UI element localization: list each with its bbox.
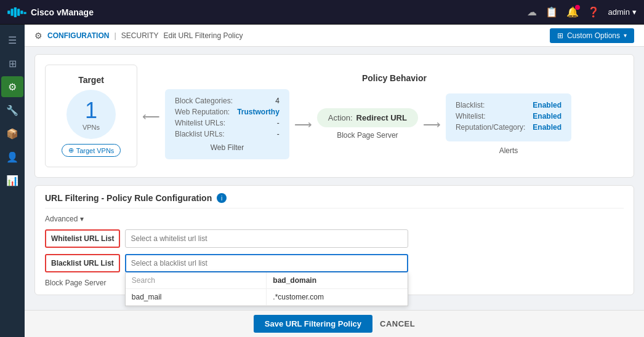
sidebar-item-monitor[interactable]: 📊 — [1, 170, 23, 191]
target-vpns-button[interactable]: ⊕ Target VPNs — [62, 144, 121, 157]
breadcrumb: ⚙ CONFIGURATION | SECURITY Edit URL Filt… — [34, 31, 243, 41]
sidebar-item-tools[interactable]: 🔧 — [1, 100, 23, 121]
svg-rect-2 — [14, 7, 17, 17]
policy-behavior-section: Policy Behavior Block Categories: 4 Web … — [165, 73, 624, 159]
dropdown-search-row: Search bad_domain — [126, 272, 408, 289]
policy-rule-header: URL Filtering - Policy Rule Configuratio… — [45, 193, 624, 208]
cloud-icon[interactable]: ☁ — [527, 6, 537, 18]
sidebar-item-configuration[interactable]: ⚙ — [1, 76, 23, 97]
dropdown-item[interactable]: bad_mail .*customer.com — [126, 289, 408, 306]
cisco-logo: Cisco vManage — [7, 6, 94, 18]
blacklist-url-list-input[interactable] — [125, 254, 408, 272]
policy-behavior-layout: Block Categories: 4 Web Reputation: Trus… — [165, 89, 624, 159]
blacklist-dropdown-wrapper: Search bad_domain bad_mail .*customer.co… — [125, 254, 408, 272]
target-circle: 1 VPNs — [66, 90, 116, 139]
svg-rect-4 — [20, 10, 23, 14]
help-icon[interactable]: ❓ — [587, 6, 600, 18]
sidebar-item-packages[interactable]: 📦 — [1, 123, 23, 144]
plus-icon: ⊕ — [68, 146, 74, 154]
top-navigation: Cisco vManage ☁ 📋 🔔 ❓ admin ▾ — [0, 0, 644, 25]
custom-options-icon: ⊞ — [557, 31, 563, 40]
sidebar: ☰ ⊞ ⚙ 🔧 📦 👤 📊 — [0, 25, 25, 337]
svg-rect-3 — [17, 9, 20, 16]
footer: Save URL Filtering Policy CANCEL — [25, 310, 644, 337]
content-area: Target 1 VPNs ⊕ Target VPNs ⟵ — [25, 47, 644, 310]
chevron-down-icon: ▾ — [80, 215, 84, 223]
admin-menu[interactable]: admin ▾ — [608, 7, 637, 17]
app-title: Cisco vManage — [31, 7, 94, 17]
document-icon[interactable]: 📋 — [545, 6, 558, 18]
arrow-to-action-icon: ⟶ — [289, 117, 317, 132]
main-content: ⚙ CONFIGURATION | SECURITY Edit URL Filt… — [25, 25, 644, 337]
action-box: Action: Redirect URL — [317, 108, 418, 127]
svg-rect-0 — [7, 10, 10, 14]
cancel-button[interactable]: CANCEL — [380, 319, 415, 328]
arrow-left-icon: ⟵ — [137, 109, 165, 124]
sidebar-item-dashboard[interactable]: ⊞ — [1, 53, 23, 74]
arrow-to-alerts-icon: ⟶ — [418, 117, 446, 132]
info-icon[interactable]: i — [217, 193, 227, 203]
nav-icons: ☁ 📋 🔔 ❓ admin ▾ — [527, 6, 637, 18]
breadcrumb-bar: ⚙ CONFIGURATION | SECURITY Edit URL Filt… — [25, 25, 644, 47]
policy-visualization-card: Target 1 VPNs ⊕ Target VPNs ⟵ — [34, 54, 634, 178]
whitelist-url-list-row: Whitelist URL List — [45, 229, 624, 248]
config-icon: ⚙ — [34, 31, 42, 41]
svg-rect-1 — [10, 9, 13, 16]
policy-rule-card: URL Filtering - Policy Rule Configuratio… — [34, 185, 634, 295]
bell-icon[interactable]: 🔔 — [566, 6, 579, 18]
main-layout: ☰ ⊞ ⚙ 🔧 📦 👤 📊 ⚙ CONFIGURATION | SECURITY… — [0, 25, 644, 337]
custom-options-button[interactable]: ⊞ Custom Options ▾ — [550, 28, 634, 43]
sidebar-item-users[interactable]: 👤 — [1, 146, 23, 167]
blacklist-url-list-label: Blacklist URL List — [45, 254, 120, 272]
whitelist-url-list-input[interactable] — [125, 229, 408, 248]
chevron-down-icon: ▾ — [624, 32, 627, 39]
save-button[interactable]: Save URL Filtering Policy — [254, 315, 372, 333]
sidebar-item-menu[interactable]: ☰ — [1, 30, 23, 50]
viz-layout: Target 1 VPNs ⊕ Target VPNs ⟵ — [45, 65, 624, 167]
blacklist-url-list-row: Blacklist URL List Search bad_domain bad… — [45, 254, 624, 272]
web-filter-box: Block Categories: 4 Web Reputation: Trus… — [165, 89, 289, 159]
action-block: Action: Redirect URL Block Page Server — [317, 108, 418, 140]
advanced-toggle[interactable]: Advanced ▾ — [45, 215, 624, 223]
svg-rect-5 — [24, 12, 26, 14]
whitelist-url-list-label: Whitelist URL List — [45, 229, 120, 248]
blacklist-dropdown-list: Search bad_domain bad_mail .*customer.co… — [125, 272, 408, 306]
alerts-section: Blacklist: Enabled Whitelist: Enabled Re… — [446, 93, 571, 155]
alerts-box: Blacklist: Enabled Whitelist: Enabled Re… — [446, 93, 571, 141]
target-box: Target 1 VPNs ⊕ Target VPNs — [45, 65, 137, 167]
